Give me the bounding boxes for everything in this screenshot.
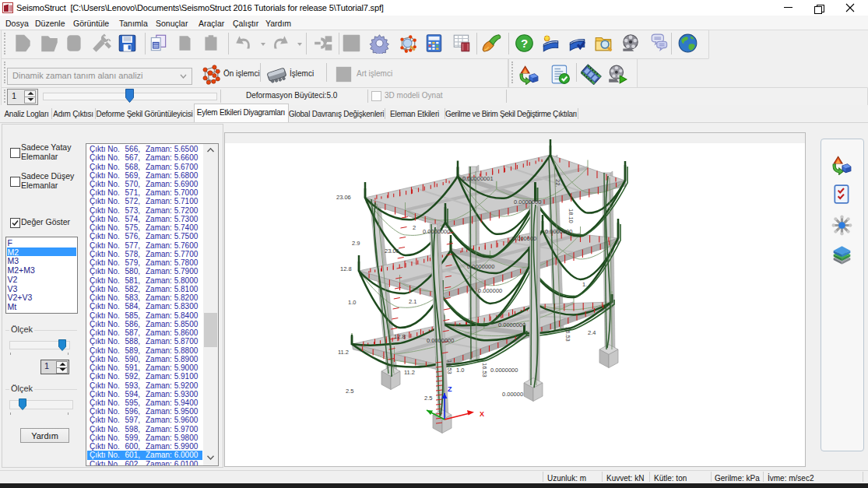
svg-text:?: ? [521,37,528,50]
